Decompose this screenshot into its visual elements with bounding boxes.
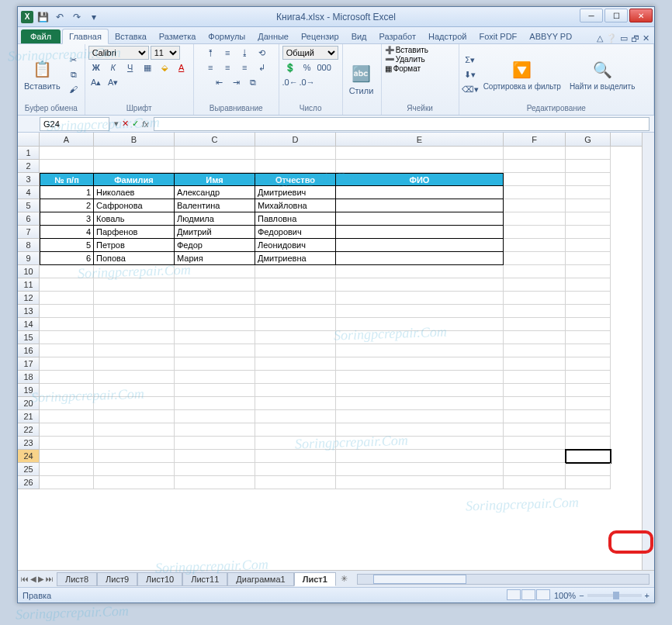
row-header[interactable]: 16	[18, 344, 40, 357]
cell-D9[interactable]: Дмитриевна	[255, 252, 336, 265]
select-all-corner[interactable]	[18, 133, 40, 146]
row-header[interactable]: 22	[18, 423, 40, 437]
cell-G4[interactable]	[566, 186, 611, 199]
increase-indent-button[interactable]: ⇥	[228, 75, 244, 89]
new-sheet-button[interactable]: ✳	[336, 574, 352, 584]
cell-D14[interactable]	[255, 318, 336, 331]
cell-C20[interactable]	[175, 397, 255, 410]
row-header[interactable]: 19	[18, 384, 40, 397]
merge-button[interactable]: ⧉	[245, 75, 261, 89]
cell-D19[interactable]	[255, 384, 336, 397]
cell-B9[interactable]: Попова	[94, 252, 175, 265]
cell-A21[interactable]	[40, 410, 94, 423]
column-header-C[interactable]: C	[175, 133, 255, 146]
cell-F2[interactable]	[504, 160, 566, 173]
cell-G18[interactable]	[566, 371, 611, 384]
cell-B10[interactable]	[94, 265, 175, 278]
cell-C19[interactable]	[175, 384, 255, 397]
cell-B21[interactable]	[94, 410, 175, 423]
cell-G24[interactable]	[566, 450, 611, 463]
cell-A22[interactable]	[40, 423, 94, 437]
column-header-D[interactable]: D	[255, 133, 336, 146]
cell-G8[interactable]	[566, 239, 611, 252]
decrease-decimal-button[interactable]: .0→	[300, 75, 315, 89]
cell-C26[interactable]	[175, 476, 255, 489]
cell-C17[interactable]	[175, 357, 255, 371]
cell-F17[interactable]	[504, 357, 566, 371]
ribbon-tab-формулы[interactable]: Формулы	[202, 29, 251, 43]
row-header[interactable]: 12	[18, 292, 40, 305]
column-header-A[interactable]: A	[40, 133, 94, 146]
align-middle-button[interactable]: ≡	[220, 46, 235, 60]
cell-B3[interactable]: Фамилия	[94, 173, 175, 186]
cell-A25[interactable]	[40, 463, 94, 476]
cell-D25[interactable]	[255, 463, 336, 476]
ribbon-tab-abbyy pd[interactable]: ABBYY PD	[523, 29, 578, 43]
cells-format-button[interactable]: ▦ Формат	[385, 64, 456, 73]
column-header-G[interactable]: G	[566, 133, 611, 146]
cell-D6[interactable]: Павловна	[255, 212, 336, 226]
cell-D16[interactable]	[255, 344, 336, 357]
cell-F24[interactable]	[504, 450, 566, 463]
cell-B20[interactable]	[94, 397, 175, 410]
cell-F13[interactable]	[504, 305, 566, 318]
cell-C7[interactable]: Дмитрий	[175, 226, 255, 239]
cell-F4[interactable]	[504, 186, 566, 199]
font-color-button[interactable]: A	[174, 60, 189, 74]
row-header[interactable]: 15	[18, 331, 40, 344]
cell-A13[interactable]	[40, 305, 94, 318]
cell-B14[interactable]	[94, 318, 175, 331]
cell-D13[interactable]	[255, 305, 336, 318]
cell-F6[interactable]	[504, 212, 566, 226]
cell-A17[interactable]	[40, 357, 94, 371]
cell-E15[interactable]	[336, 331, 504, 344]
cell-A14[interactable]	[40, 318, 94, 331]
row-header[interactable]: 14	[18, 318, 40, 331]
horizontal-scrollbar[interactable]	[357, 574, 649, 585]
currency-button[interactable]: 💲	[282, 60, 298, 74]
cell-C21[interactable]	[175, 410, 255, 423]
cell-D11[interactable]	[255, 278, 336, 292]
cell-E22[interactable]	[336, 423, 504, 437]
cell-E14[interactable]	[336, 318, 504, 331]
cell-F7[interactable]	[504, 226, 566, 239]
undo-button[interactable]: ↶	[52, 9, 68, 25]
cell-G21[interactable]	[566, 410, 611, 423]
align-bottom-button[interactable]: ⭳	[237, 46, 252, 60]
cell-C12[interactable]	[175, 292, 255, 305]
cell-D17[interactable]	[255, 357, 336, 371]
file-tab[interactable]: Файл	[21, 29, 61, 43]
cell-E6[interactable]	[336, 212, 504, 226]
increase-decimal-button[interactable]: .0←	[282, 75, 298, 89]
cell-C6[interactable]: Людмила	[175, 212, 255, 226]
cell-G22[interactable]	[566, 423, 611, 437]
tab-nav-last[interactable]: ⏭	[46, 575, 54, 583]
sheet-tab-Диаграмма1[interactable]: Диаграмма1	[227, 572, 293, 586]
cell-D21[interactable]	[255, 410, 336, 423]
cell-D18[interactable]	[255, 371, 336, 384]
cell-A24[interactable]	[40, 450, 94, 463]
cell-A2[interactable]	[40, 160, 94, 173]
wrap-text-button[interactable]: ↲	[254, 60, 269, 74]
cell-A1[interactable]	[40, 147, 94, 160]
cell-A26[interactable]	[40, 476, 94, 489]
fx-icon[interactable]: fx	[142, 119, 149, 129]
cell-A10[interactable]	[40, 265, 94, 278]
cell-D7[interactable]: Федорович	[255, 226, 336, 239]
align-top-button[interactable]: ⭱	[203, 46, 218, 60]
cell-G26[interactable]	[566, 476, 611, 489]
enter-formula-icon[interactable]: ✓	[132, 119, 139, 129]
cell-G5[interactable]	[566, 199, 611, 212]
cell-C10[interactable]	[175, 265, 255, 278]
underline-button[interactable]: Ч	[123, 60, 138, 74]
cell-C1[interactable]	[175, 147, 255, 160]
cell-F23[interactable]	[504, 437, 566, 450]
cell-F1[interactable]	[504, 147, 566, 160]
cell-A8[interactable]: 5	[40, 239, 94, 252]
cell-D12[interactable]	[255, 292, 336, 305]
cell-B11[interactable]	[94, 278, 175, 292]
italic-button[interactable]: К	[106, 60, 121, 74]
cell-C15[interactable]	[175, 331, 255, 344]
cell-C16[interactable]	[175, 344, 255, 357]
cell-A12[interactable]	[40, 292, 94, 305]
